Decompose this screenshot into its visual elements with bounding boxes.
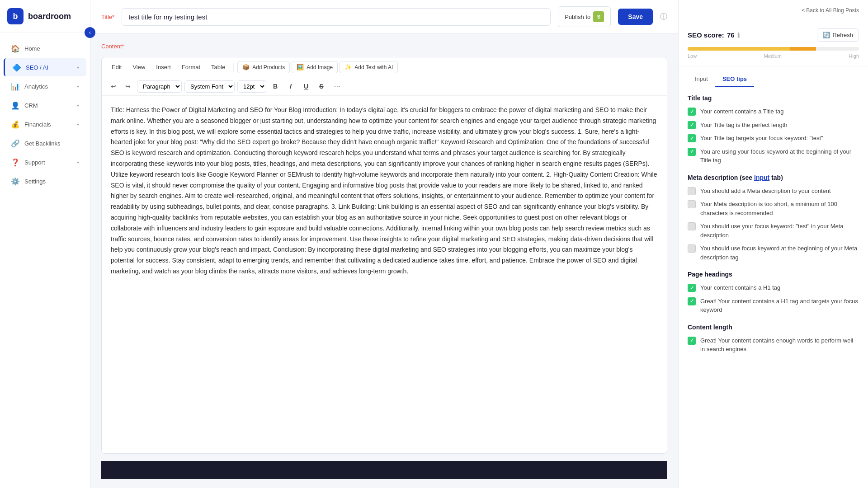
seo-section-page-headings: Page headings Your content contains a H1…: [688, 271, 859, 314]
check-text: You are using your focus keyword at the …: [700, 147, 859, 165]
add-image-button[interactable]: 🖼️ Add Image: [292, 61, 338, 73]
tab-seo-tips[interactable]: SEO tips: [715, 72, 754, 87]
seo-score-bar: [688, 47, 859, 51]
info-icon[interactable]: ⓘ: [660, 12, 667, 22]
home-icon: 🏠: [11, 44, 20, 53]
top-bar: Title* Publish to S Save ⓘ: [90, 0, 678, 34]
menu-table[interactable]: Table: [207, 61, 230, 73]
add-products-button[interactable]: 📦 Add Products: [237, 61, 290, 73]
check-meta-focus-keyword: You should use your focus keyword: "test…: [688, 222, 859, 239]
seo-score-value: 76: [727, 31, 735, 39]
check-text: Great! Your content contains enough word…: [700, 336, 859, 354]
check-icon-green: [688, 148, 696, 156]
seo-score-header: SEO score: 76 ℹ 🔄 Refresh: [688, 28, 859, 42]
editor-container: Edit View Insert Format Table 📦 Add Prod…: [101, 57, 667, 454]
refresh-button[interactable]: 🔄 Refresh: [817, 28, 859, 42]
sidebar-nav: 🏠 Home 🔷 SEO / AI ▾ 📊 Analytics ▾ 👤 CRM …: [0, 33, 90, 488]
title-input[interactable]: [122, 8, 551, 26]
paragraph-style-select[interactable]: Paragraph Heading 1 Heading 2: [137, 80, 182, 93]
title-field-label: Title*: [101, 14, 114, 20]
toolbar-divider: [233, 63, 234, 72]
check-text: You should use focus keyword at the begi…: [700, 244, 859, 262]
more-options-button[interactable]: ···: [330, 80, 344, 92]
tab-input[interactable]: Input: [688, 72, 715, 87]
menu-view[interactable]: View: [128, 61, 150, 73]
seo-score-section: SEO score: 76 ℹ 🔄 Refresh Low Medium Hig…: [679, 21, 868, 66]
check-title-targets-keyword: Your Title tag targets your focus keywor…: [688, 134, 859, 143]
sidebar-item-home[interactable]: 🏠 Home: [4, 39, 86, 57]
save-button[interactable]: Save: [618, 9, 653, 25]
refresh-label: Refresh: [832, 32, 853, 38]
right-panel-top: < Back to All Blog Posts: [679, 0, 868, 21]
seo-tabs: Input SEO tips: [679, 66, 868, 87]
font-family-select[interactable]: System Font: [184, 80, 235, 93]
check-icon-green: [688, 108, 696, 116]
logo-text: boardroom: [28, 12, 71, 21]
crm-icon: 👤: [11, 101, 20, 110]
sidebar-item-support[interactable]: ❓ Support ▾: [4, 153, 86, 171]
score-label-low: Low: [688, 53, 697, 59]
content-length-section-heading: Content length: [688, 324, 859, 331]
check-text: Your content contains a Title tag: [700, 107, 784, 116]
sidebar-item-seo-ai[interactable]: 🔷 SEO / AI ▾: [4, 58, 86, 76]
right-panel: < Back to All Blog Posts SEO score: 76 ℹ…: [678, 0, 868, 488]
bold-button[interactable]: B: [269, 80, 282, 93]
publish-label: Publish to: [565, 14, 590, 20]
logo-icon: b: [7, 8, 24, 24]
seo-section-content-length: Content length Great! Your content conta…: [688, 324, 859, 354]
underline-button[interactable]: U: [300, 80, 312, 93]
content-field-label: Content*: [101, 43, 667, 50]
add-products-icon: 📦: [242, 64, 250, 70]
sidebar-item-financials[interactable]: 💰 Financials ▾: [4, 115, 86, 133]
sidebar-item-settings[interactable]: ⚙️ Settings: [4, 172, 86, 190]
redo-button[interactable]: ↪: [122, 80, 134, 93]
check-enough-words: Great! Your content contains enough word…: [688, 336, 859, 354]
seo-info-icon[interactable]: ℹ: [737, 32, 740, 39]
check-has-title-tag: Your content contains a Title tag: [688, 107, 859, 116]
check-text: Your Title tag targets your focus keywor…: [700, 134, 823, 143]
italic-button[interactable]: I: [284, 80, 297, 93]
sidebar-collapse-button[interactable]: ‹: [85, 27, 95, 38]
seo-content: Title tag Your content contains a Title …: [679, 87, 868, 370]
refresh-icon: 🔄: [823, 32, 830, 38]
font-size-select[interactable]: 12pt 14pt 16pt: [237, 80, 266, 93]
title-tag-section-heading: Title tag: [688, 94, 859, 102]
add-image-icon: 🖼️: [297, 64, 304, 70]
add-image-label: Add Image: [307, 64, 333, 70]
menu-insert[interactable]: Insert: [151, 61, 175, 73]
add-text-ai-button[interactable]: ✨ Add Text with AI: [340, 61, 398, 73]
check-title-perfect-length: Your Title tag is the perfect length: [688, 121, 859, 130]
menu-edit[interactable]: Edit: [107, 61, 126, 73]
check-icon-green: [688, 121, 696, 129]
undo-button[interactable]: ↩: [107, 80, 120, 93]
sidebar-item-backlinks[interactable]: 🔗 Get Backlinks: [4, 134, 86, 152]
check-text: Your content contains a H1 tag: [700, 283, 780, 292]
check-text: You should add a Meta description to you…: [700, 187, 831, 196]
page-headings-section-heading: Page headings: [688, 271, 859, 278]
sidebar-item-crm[interactable]: 👤 CRM ▾: [4, 96, 86, 114]
score-bar-med-fill: [790, 47, 816, 51]
menu-format[interactable]: Format: [177, 61, 205, 73]
check-text: You should use your focus keyword: "test…: [700, 222, 859, 239]
score-label-high: High: [849, 53, 859, 59]
editor-bottom-bar: [101, 461, 667, 479]
input-tab-link[interactable]: Input: [754, 174, 769, 181]
main-area: Title* Publish to S Save ⓘ Content* Edit…: [90, 0, 678, 488]
check-icon-green: [688, 284, 696, 292]
seo-score-title: SEO score: 76 ℹ: [688, 31, 740, 39]
sidebar-item-analytics[interactable]: 📊 Analytics ▾: [4, 77, 86, 95]
check-text: Your Title tag is the perfect length: [700, 121, 787, 130]
check-icon-gray: [688, 187, 696, 195]
strikethrough-button[interactable]: S: [315, 80, 328, 93]
shopify-icon: S: [593, 11, 604, 22]
sidebar: b boardroom ‹ 🏠 Home 🔷 SEO / AI ▾ 📊 Anal…: [0, 0, 90, 488]
ai-icon: ✨: [344, 64, 352, 70]
score-label-medium: Medium: [764, 53, 782, 59]
check-meta-keyword-beginning: You should use focus keyword at the begi…: [688, 244, 859, 262]
editor-paragraph[interactable]: Title: Harness the Power of Digital Mark…: [111, 105, 658, 277]
back-to-blog-link[interactable]: < Back to All Blog Posts: [802, 7, 859, 14]
meta-description-section-heading: Meta description (see Input tab): [688, 174, 859, 181]
editor-content-area[interactable]: Title: Harness the Power of Digital Mark…: [102, 96, 667, 291]
publish-button[interactable]: Publish to S: [558, 6, 611, 27]
seo-icon: 🔷: [12, 63, 21, 72]
